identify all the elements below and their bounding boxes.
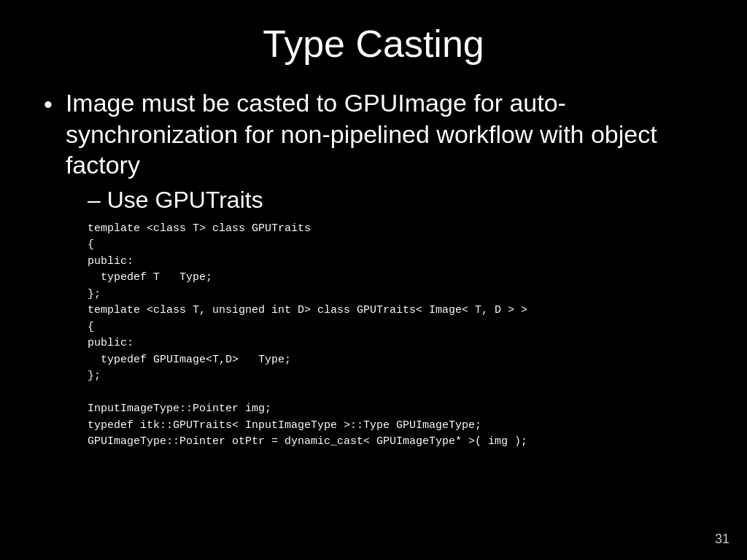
bullet-section: • Image must be casted to GPUImage for a… — [44, 88, 703, 451]
slide: Type Casting • Image must be casted to G… — [0, 0, 747, 560]
code-block: template <class T> class GPUTraits { pub… — [88, 221, 703, 451]
slide-title: Type Casting — [44, 22, 703, 66]
sub-bullet: Use GPUTraits — [88, 187, 703, 214]
slide-number: 31 — [715, 532, 729, 547]
bullet-text: Image must be casted to GPUImage for aut… — [66, 88, 703, 181]
bullet-dot: • — [44, 89, 53, 120]
bullet-item: • Image must be casted to GPUImage for a… — [44, 88, 703, 181]
